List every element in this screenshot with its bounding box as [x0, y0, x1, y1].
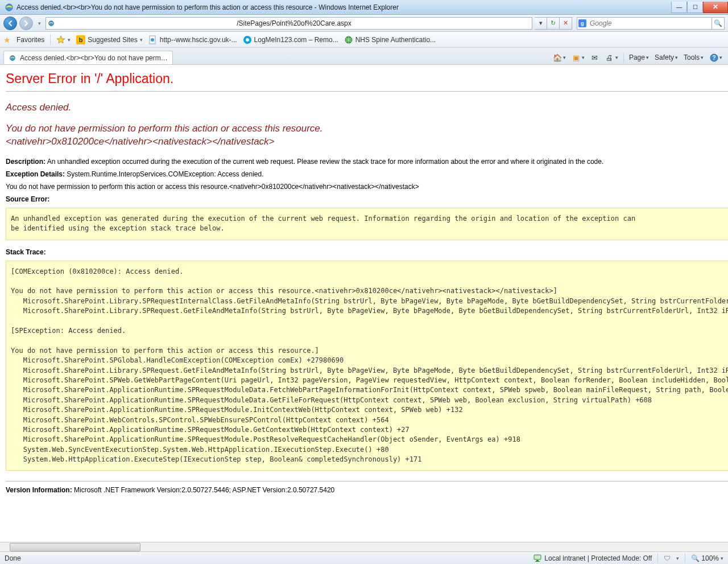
source-error-label: Source Error: [6, 195, 728, 203]
ie-icon [5, 3, 14, 12]
description-text: An unhandled exception occurred during t… [46, 158, 603, 166]
address-input[interactable] [56, 18, 532, 28]
search-input[interactable] [588, 18, 712, 28]
rss-icon: ▣ [572, 53, 581, 62]
svg-text:g: g [581, 20, 584, 26]
favorites-star-icon[interactable]: ★ [3, 35, 11, 44]
command-separator [623, 52, 624, 63]
print-icon: 🖨 [605, 53, 614, 62]
window-title: Access denied.<br><br>You do not have pe… [16, 3, 671, 11]
stop-button[interactable]: ✕ [560, 17, 572, 30]
status-text: Done [5, 554, 527, 562]
favorite-suggested-sites[interactable]: b Suggested Sites ▾ [76, 35, 142, 44]
minimize-button[interactable]: — [671, 2, 687, 13]
source-error-box: An unhandled exception was generated dur… [6, 208, 728, 240]
tab-strip: Access denied.<br><br>You do not have pe… [0, 48, 728, 65]
mail-icon: ✉ [590, 53, 599, 62]
back-button[interactable] [3, 17, 17, 30]
tools-menu[interactable]: Tools▾ [681, 51, 706, 64]
favorite-label: http--www.hscic.gov.uk-... [160, 36, 237, 44]
exception-line-2: You do not have permission to perform th… [6, 183, 728, 191]
svg-rect-17 [535, 561, 540, 562]
print-button[interactable]: 🖨▾ [603, 51, 621, 64]
mail-button[interactable]: ✉ [588, 51, 602, 64]
favorite-label: Suggested Sites [88, 36, 137, 44]
scrollbar-thumb[interactable] [10, 543, 140, 551]
zone-text: Local intranet | Protected Mode: Off [544, 554, 652, 562]
logmein-icon [243, 35, 252, 44]
svg-point-10 [246, 38, 249, 42]
search-box[interactable]: g 🔍 [577, 17, 725, 30]
tab-title: Access denied.<br><br>You do not have pe… [20, 54, 168, 62]
google-icon: g [577, 19, 588, 27]
error-page: Server Error in '/' Application. Access … [0, 65, 728, 510]
description-line: Description: An unhandled exception occu… [6, 158, 728, 166]
forward-button[interactable] [19, 17, 33, 30]
address-controls: ▾ ↻ ✕ [535, 17, 572, 30]
feeds-button[interactable]: ▣▾ [569, 51, 587, 64]
version-label: Version Information: [6, 486, 72, 494]
maximize-button[interactable]: ☐ [687, 2, 703, 13]
version-line: Version Information: Microsoft .NET Fram… [6, 486, 728, 494]
search-button[interactable]: 🔍 [712, 17, 724, 30]
favorite-hscic[interactable]: http--www.hscic.gov.uk-... [148, 35, 237, 44]
favorites-label[interactable]: Favorites [16, 36, 44, 44]
svg-marker-4 [57, 36, 65, 43]
exception-line: Exception Details: System.Runtime.Intero… [6, 170, 728, 178]
home-button[interactable]: 🏠▾ [551, 51, 568, 64]
favorite-label: NHS Spine Authenticatio... [355, 36, 436, 44]
version-text: Microsoft .NET Framework Version:2.0.507… [72, 486, 335, 494]
page-menu[interactable]: Page▾ [627, 51, 651, 64]
add-favorite-icon[interactable]: ▾ [56, 35, 71, 44]
nav-history-dropdown[interactable]: ▾ [35, 20, 43, 26]
close-button[interactable]: ✕ [703, 2, 728, 13]
status-separator [657, 554, 658, 563]
iepage-icon [148, 35, 158, 44]
content-viewport[interactable]: Server Error in '/' Application. Access … [0, 65, 728, 542]
address-bar[interactable] [46, 17, 532, 30]
favorite-logmein[interactable]: LogMeIn123.com – Remo... [243, 35, 338, 44]
stack-trace-label: Stack Trace: [6, 248, 728, 256]
favorite-nhs-spine[interactable]: NHS Spine Authenticatio... [344, 35, 436, 44]
help-button[interactable]: ?▾ [707, 51, 725, 64]
svg-point-8 [151, 38, 154, 42]
navigation-bar: ▾ ▾ ↻ ✕ g 🔍 [0, 15, 728, 32]
horizontal-scrollbar[interactable] [0, 542, 728, 551]
favorite-label: LogMeIn123.com – Remo... [254, 36, 338, 44]
chevron-down-icon: ▾ [140, 37, 143, 43]
computer-icon [533, 554, 542, 562]
zoom-value: 100% [701, 554, 719, 562]
svg-rect-16 [536, 560, 539, 561]
home-icon: 🏠 [553, 53, 562, 62]
chevron-down-icon[interactable]: ▾ [676, 555, 679, 561]
browser-tab[interactable]: Access denied.<br><br>You do not have pe… [3, 51, 173, 64]
error-message: You do not have permission to perform th… [6, 122, 404, 149]
status-separator [685, 554, 685, 563]
svg-text:b: b [79, 36, 83, 43]
command-bar: 🏠▾ ▣▾ ✉ 🖨▾ Page▾ Safety▾ Tools▾ ?▾ [551, 51, 725, 64]
svg-rect-15 [534, 555, 541, 559]
exception-label: Exception Details: [6, 170, 65, 178]
security-zone[interactable]: Local intranet | Protected Mode: Off [533, 554, 652, 562]
stack-trace-box: [COMException (0x810200ce): Access denie… [6, 261, 728, 471]
exception-text: System.Runtime.InteropServices.COMExcept… [65, 170, 263, 178]
protected-mode-icon[interactable]: 🛡 [664, 554, 671, 562]
divider [6, 91, 728, 92]
divider [6, 481, 728, 481]
chevron-down-icon: ▾ [721, 555, 723, 561]
ie-icon [9, 54, 16, 62]
zoom-control[interactable]: 🔍 100% ▾ [691, 554, 723, 562]
svg-text:?: ? [712, 55, 715, 61]
favorites-separator [50, 35, 51, 45]
help-icon: ? [709, 53, 718, 62]
description-label: Description: [6, 158, 46, 166]
favorites-bar: ★ Favorites ▾ b Suggested Sites ▾ http--… [0, 32, 728, 48]
error-heading: Server Error in '/' Application. [6, 71, 728, 87]
safety-menu[interactable]: Safety▾ [652, 51, 680, 64]
page-icon [46, 19, 56, 27]
refresh-button[interactable]: ↻ [547, 17, 560, 30]
bing-icon: b [76, 35, 85, 44]
address-dropdown[interactable]: ▾ [535, 17, 547, 30]
status-bar: Done Local intranet | Protected Mode: Of… [0, 551, 728, 564]
window-buttons: — ☐ ✕ [671, 2, 728, 13]
